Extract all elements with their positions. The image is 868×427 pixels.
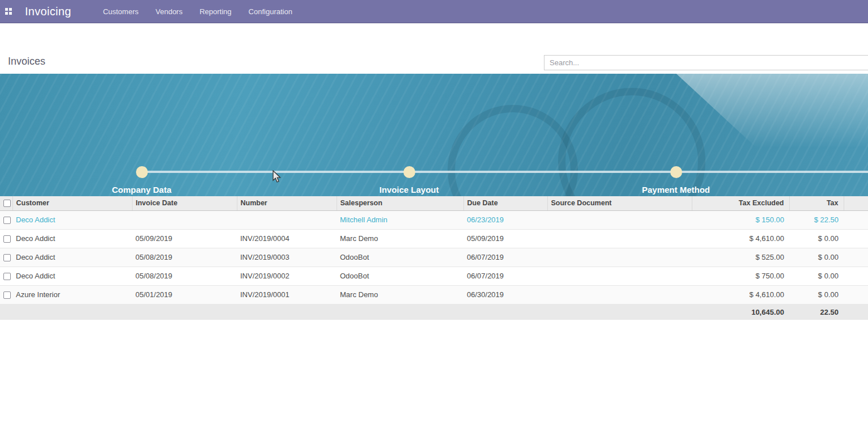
total-tax: 22.50 xyxy=(789,304,844,320)
table-row[interactable]: Deco Addict Mitchell Admin 06/23/2019 $ … xyxy=(0,210,868,229)
navbar-menu: Customers Vendors Reporting Configuratio… xyxy=(103,7,292,16)
cell-number: INV/2019/0004 xyxy=(237,229,337,248)
cell-tax: $ 0.00 xyxy=(789,267,844,285)
top-navbar: Invoicing Customers Vendors Reporting Co… xyxy=(0,0,868,23)
menu-reporting[interactable]: Reporting xyxy=(199,7,231,16)
cell-customer: Deco Addict xyxy=(12,267,132,285)
onboarding-banner: Company Data Set your company's data for… xyxy=(0,74,868,196)
cell-tax: $ 22.50 xyxy=(789,210,844,229)
invoice-list-table: Customer Invoice Date Number Salesperson… xyxy=(0,196,868,320)
cell-due-date: 06/07/2019 xyxy=(463,267,547,285)
cell-salesperson: Marc Demo xyxy=(337,229,463,248)
cell-salesperson: Marc Demo xyxy=(337,285,463,304)
cell-customer: Deco Addict xyxy=(12,229,132,248)
cell-tax-excluded: $ 4,610.00 xyxy=(692,285,789,304)
cell-invoice-date: 05/08/2019 xyxy=(132,267,237,285)
cell-due-date: 06/07/2019 xyxy=(463,248,547,267)
cell-invoice-date xyxy=(132,210,237,229)
col-header-due-date[interactable]: Due Date xyxy=(463,196,547,210)
onboarding-progress-line xyxy=(142,171,868,173)
col-header-customer[interactable]: Customer xyxy=(12,196,132,210)
cell-number: INV/2019/0003 xyxy=(237,248,337,267)
cell-due-date: 06/23/2019 xyxy=(463,210,547,229)
col-header-salesperson[interactable]: Salesperson xyxy=(337,196,463,210)
cell-number xyxy=(237,210,337,229)
step-dot-invoice-layout xyxy=(403,166,415,178)
table-row[interactable]: Azure Interior 05/01/2019 INV/2019/0001 … xyxy=(0,285,868,304)
cell-salesperson: Mitchell Admin xyxy=(337,210,463,229)
cell-number: INV/2019/0001 xyxy=(237,285,337,304)
cell-customer: Deco Addict xyxy=(12,210,132,229)
col-header-tax-excluded[interactable]: Tax Excluded xyxy=(692,196,789,210)
invoicing-app: Invoicing Customers Vendors Reporting Co… xyxy=(0,0,868,427)
step-title: Company Data xyxy=(51,185,232,195)
table-row[interactable]: Deco Addict 05/09/2019 INV/2019/0004 Mar… xyxy=(0,229,868,248)
cell-tax-excluded: $ 4,610.00 xyxy=(692,229,789,248)
step-dot-payment-method xyxy=(670,166,682,178)
cell-tax: $ 0.00 xyxy=(789,285,844,304)
onboarding-step-company-data: Company Data Set your company's data for… xyxy=(51,185,232,196)
cell-due-date: 05/09/2019 xyxy=(463,229,547,248)
step-dot-company-data xyxy=(136,166,148,178)
cell-customer: Deco Addict xyxy=(12,248,132,267)
cell-customer: Azure Interior xyxy=(12,285,132,304)
cell-invoice-date: 05/01/2019 xyxy=(132,285,237,304)
row-checkbox[interactable] xyxy=(3,217,11,224)
cell-tax-excluded: $ 525.00 xyxy=(692,248,789,267)
row-checkbox[interactable] xyxy=(3,235,11,243)
menu-customers[interactable]: Customers xyxy=(103,7,139,16)
select-all-checkbox[interactable] xyxy=(3,200,11,207)
cell-salesperson: OdooBot xyxy=(337,248,463,267)
cell-salesperson: OdooBot xyxy=(337,267,463,285)
menu-configuration[interactable]: Configuration xyxy=(249,7,292,16)
step-title: Invoice Layout xyxy=(318,185,500,195)
app-title[interactable]: Invoicing xyxy=(25,5,71,18)
select-all-checkbox-cell xyxy=(0,196,12,210)
apps-grid-icon[interactable] xyxy=(5,8,12,15)
row-checkbox[interactable] xyxy=(3,291,11,299)
cell-due-date: 06/30/2019 xyxy=(463,285,547,304)
cell-tax-excluded: $ 150.00 xyxy=(692,210,789,229)
cell-source-document xyxy=(547,285,692,304)
table-header-row: Customer Invoice Date Number Salesperson… xyxy=(0,196,868,210)
onboarding-step-payment-method: Payment Method Configure your payment me… xyxy=(585,185,767,196)
cell-invoice-date: 05/09/2019 xyxy=(132,229,237,248)
table-footer-row: 10,645.00 22.50 xyxy=(0,304,868,320)
col-header-invoice-date[interactable]: Invoice Date xyxy=(132,196,237,210)
step-title: Payment Method xyxy=(585,185,767,195)
cell-invoice-date: 05/08/2019 xyxy=(132,248,237,267)
control-panel: Invoices ✚ Create Import Filters ▾ ☰ Gro… xyxy=(0,23,868,74)
col-header-number[interactable]: Number xyxy=(237,196,337,210)
cell-source-document xyxy=(547,267,692,285)
cell-number: INV/2019/0002 xyxy=(237,267,337,285)
cell-tax-excluded: $ 750.00 xyxy=(692,267,789,285)
menu-vendors[interactable]: Vendors xyxy=(156,7,183,16)
col-header-tax[interactable]: Tax xyxy=(789,196,844,210)
page-title: Invoices xyxy=(8,56,45,67)
table-row[interactable]: Deco Addict 05/08/2019 INV/2019/0003 Odo… xyxy=(0,248,868,267)
table-row[interactable]: Deco Addict 05/08/2019 INV/2019/0002 Odo… xyxy=(0,267,868,285)
row-checkbox[interactable] xyxy=(3,254,11,261)
col-header-source-document[interactable]: Source Document xyxy=(547,196,692,210)
row-checkbox[interactable] xyxy=(3,273,11,280)
cell-source-document xyxy=(547,229,692,248)
col-header-stub xyxy=(844,196,868,210)
search-input[interactable] xyxy=(544,55,868,70)
cell-source-document xyxy=(547,210,692,229)
cell-tax: $ 0.00 xyxy=(789,229,844,248)
cell-source-document xyxy=(547,248,692,267)
onboarding-step-invoice-layout: Invoice Layout Customize the look of you… xyxy=(318,185,500,196)
cell-tax: $ 0.00 xyxy=(789,248,844,267)
total-tax-excluded: 10,645.00 xyxy=(692,304,789,320)
